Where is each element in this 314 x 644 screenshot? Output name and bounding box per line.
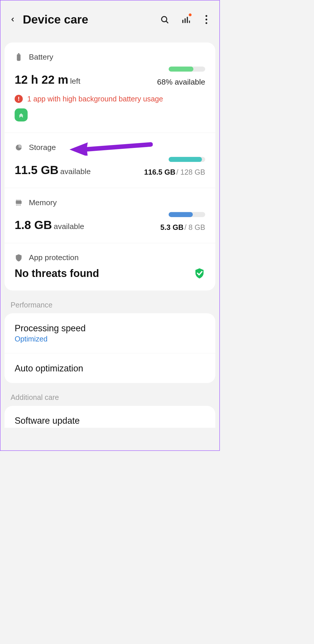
battery-warning-text: 1 app with high background battery usage: [27, 95, 163, 103]
bar-chart-icon: [181, 15, 190, 24]
svg-line-1: [166, 21, 168, 23]
performance-group-label: Performance: [0, 291, 219, 313]
notification-dot-icon: [189, 13, 192, 16]
more-button[interactable]: [201, 15, 211, 24]
battery-percent: 68% available: [157, 78, 205, 86]
app-header: Device care: [0, 0, 219, 42]
svg-rect-10: [18, 53, 19, 54]
battery-bar-fill: [169, 67, 194, 72]
storage-bar-fill: [169, 157, 202, 162]
battery-warning[interactable]: ! 1 app with high background battery usa…: [15, 95, 205, 103]
battery-time-left: 12 h 22 m left: [15, 73, 80, 87]
protection-status: No threats found: [15, 267, 99, 279]
optimize-badge[interactable]: [15, 108, 28, 121]
alert-icon: !: [15, 95, 23, 103]
memory-ratio: 5.3 GB / 8 GB: [160, 223, 205, 232]
processing-speed-title: Processing speed: [15, 323, 205, 333]
storage-section[interactable]: Storage 11.5 GB available 116.5 GB / 128…: [4, 133, 215, 188]
battery-label: Battery: [29, 53, 53, 61]
software-update-item[interactable]: Software update: [4, 406, 215, 428]
search-button[interactable]: [160, 15, 169, 24]
storage-ratio: 116.5 GB / 128 GB: [144, 168, 205, 176]
search-icon: [160, 15, 169, 24]
chevron-double-up-icon: [18, 112, 24, 118]
svg-point-8: [205, 22, 207, 24]
protection-label: App protection: [29, 253, 79, 262]
storage-label: Storage: [29, 143, 56, 152]
memory-available: 1.8 GB available: [15, 218, 84, 232]
svg-rect-9: [17, 54, 21, 61]
shield-check-icon: [194, 268, 205, 279]
app-protection-section[interactable]: App protection No threats found: [4, 243, 215, 291]
processing-speed-item[interactable]: Processing speed Optimized: [4, 313, 215, 353]
svg-rect-12: [16, 201, 21, 204]
performance-list: Processing speed Optimized Auto optimiza…: [4, 313, 215, 383]
storage-bar: [169, 157, 205, 162]
memory-label: Memory: [29, 198, 57, 207]
storage-icon: [15, 143, 23, 151]
battery-section[interactable]: Battery 12 h 22 m left 68% available ! 1…: [4, 42, 215, 133]
memory-bar: [169, 212, 205, 217]
shield-icon: [15, 254, 23, 262]
auto-optimization-item[interactable]: Auto optimization: [4, 353, 215, 383]
svg-point-6: [205, 15, 207, 17]
page-title: Device care: [23, 12, 160, 26]
software-update-title: Software update: [15, 416, 205, 426]
more-vertical-icon: [205, 15, 207, 24]
memory-bar-fill: [169, 212, 193, 217]
header-actions: [160, 15, 211, 24]
auto-optimization-title: Auto optimization: [15, 363, 205, 373]
usage-button[interactable]: [181, 15, 190, 24]
status-card: Battery 12 h 22 m left 68% available ! 1…: [4, 42, 215, 290]
processing-speed-sub: Optimized: [15, 335, 205, 343]
additional-list: Software update: [4, 406, 215, 428]
back-button[interactable]: [8, 15, 17, 24]
memory-icon: [15, 198, 23, 207]
memory-section[interactable]: Memory 1.8 GB available 5.3 GB / 8 GB: [4, 188, 215, 243]
svg-point-7: [205, 19, 207, 20]
chevron-left-icon: [10, 15, 16, 24]
battery-icon: [15, 53, 23, 61]
battery-bar: [169, 67, 205, 72]
additional-care-group-label: Additional care: [0, 383, 219, 406]
storage-available: 11.5 GB available: [15, 163, 91, 177]
